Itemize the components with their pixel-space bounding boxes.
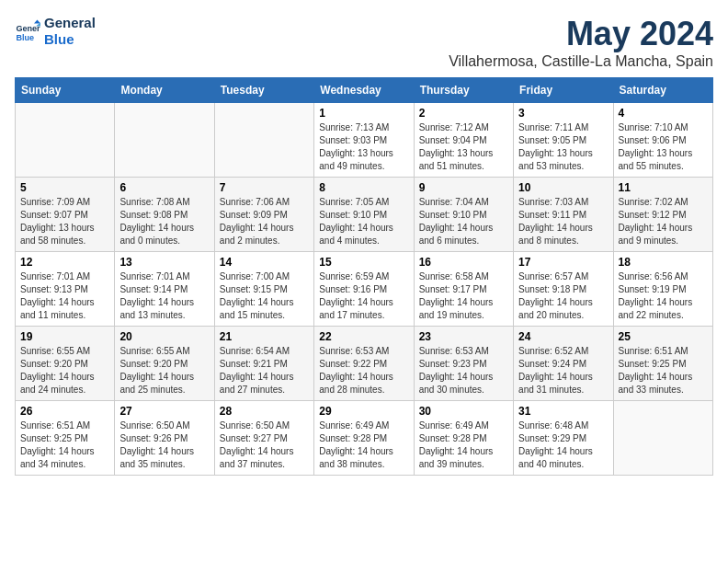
day-info: Sunrise: 6:58 AMSunset: 9:17 PMDaylight:…: [419, 270, 508, 322]
weekday-header-row: SundayMondayTuesdayWednesdayThursdayFrid…: [16, 78, 713, 103]
day-number: 29: [319, 405, 408, 418]
svg-text:Blue: Blue: [16, 33, 34, 42]
day-number: 27: [119, 405, 209, 418]
day-number: 30: [419, 405, 508, 418]
day-number: 12: [20, 256, 109, 269]
calendar-cell: 5Sunrise: 7:09 AMSunset: 9:07 PMDaylight…: [16, 178, 115, 252]
weekday-header-friday: Friday: [514, 78, 613, 103]
calendar-cell: 31Sunrise: 6:48 AMSunset: 9:29 PMDayligh…: [514, 401, 613, 476]
calendar-cell: [16, 103, 115, 178]
day-info: Sunrise: 6:57 AMSunset: 9:18 PMDaylight:…: [518, 270, 608, 322]
day-number: 19: [20, 330, 109, 343]
weekday-header-tuesday: Tuesday: [214, 78, 313, 103]
day-number: 8: [319, 181, 408, 194]
day-info: Sunrise: 6:50 AMSunset: 9:26 PMDaylight:…: [119, 419, 209, 471]
day-number: 25: [619, 330, 708, 343]
calendar-body: 1Sunrise: 7:13 AMSunset: 9:03 PMDaylight…: [16, 103, 713, 476]
day-number: 26: [20, 405, 109, 418]
calendar-cell: 22Sunrise: 6:53 AMSunset: 9:22 PMDayligh…: [314, 327, 414, 401]
day-info: Sunrise: 7:05 AMSunset: 9:10 PMDaylight:…: [319, 196, 408, 247]
calendar-cell: 24Sunrise: 6:52 AMSunset: 9:24 PMDayligh…: [514, 327, 613, 401]
calendar-cell: 3Sunrise: 7:11 AMSunset: 9:05 PMDaylight…: [514, 103, 613, 178]
title-block: May 2024 Villahermosa, Castille-La Manch…: [449, 15, 713, 70]
logo-blue: Blue: [44, 31, 96, 48]
calendar-week-4: 19Sunrise: 6:55 AMSunset: 9:20 PMDayligh…: [16, 327, 713, 401]
calendar-cell: 25Sunrise: 6:51 AMSunset: 9:25 PMDayligh…: [613, 327, 712, 401]
calendar-cell: 23Sunrise: 6:53 AMSunset: 9:23 PMDayligh…: [414, 327, 513, 401]
calendar-cell: 19Sunrise: 6:55 AMSunset: 9:20 PMDayligh…: [16, 327, 115, 401]
calendar-cell: 15Sunrise: 6:59 AMSunset: 9:16 PMDayligh…: [314, 252, 414, 327]
calendar-cell: 29Sunrise: 6:49 AMSunset: 9:28 PMDayligh…: [314, 401, 414, 476]
day-info: Sunrise: 7:10 AMSunset: 9:06 PMDaylight:…: [619, 121, 708, 173]
day-info: Sunrise: 7:01 AMSunset: 9:13 PMDaylight:…: [20, 270, 109, 322]
calendar-cell: 17Sunrise: 6:57 AMSunset: 9:18 PMDayligh…: [514, 252, 613, 327]
day-info: Sunrise: 7:09 AMSunset: 9:07 PMDaylight:…: [20, 196, 109, 247]
day-number: 6: [119, 181, 209, 194]
calendar-cell: 27Sunrise: 6:50 AMSunset: 9:26 PMDayligh…: [115, 401, 214, 476]
day-info: Sunrise: 7:06 AMSunset: 9:09 PMDaylight:…: [220, 196, 309, 247]
day-info: Sunrise: 7:13 AMSunset: 9:03 PMDaylight:…: [319, 121, 408, 173]
day-number: 28: [220, 405, 309, 418]
day-number: 2: [419, 107, 508, 120]
day-number: 16: [419, 256, 508, 269]
calendar-cell: 9Sunrise: 7:04 AMSunset: 9:10 PMDaylight…: [414, 178, 513, 252]
day-number: 3: [518, 107, 608, 120]
location-title: Villahermosa, Castille-La Mancha, Spain: [449, 53, 713, 70]
calendar-cell: 10Sunrise: 7:03 AMSunset: 9:11 PMDayligh…: [514, 178, 613, 252]
day-info: Sunrise: 7:04 AMSunset: 9:10 PMDaylight:…: [419, 196, 508, 247]
day-number: 31: [518, 405, 608, 418]
day-info: Sunrise: 7:00 AMSunset: 9:15 PMDaylight:…: [220, 270, 309, 322]
calendar-cell: 1Sunrise: 7:13 AMSunset: 9:03 PMDaylight…: [314, 103, 414, 178]
calendar-cell: 13Sunrise: 7:01 AMSunset: 9:14 PMDayligh…: [115, 252, 214, 327]
calendar-table: SundayMondayTuesdayWednesdayThursdayFrid…: [15, 77, 713, 476]
day-info: Sunrise: 6:52 AMSunset: 9:24 PMDaylight:…: [518, 345, 608, 396]
day-number: 13: [119, 256, 209, 269]
calendar-cell: 8Sunrise: 7:05 AMSunset: 9:10 PMDaylight…: [314, 178, 414, 252]
day-number: 4: [619, 107, 708, 120]
calendar-cell: 7Sunrise: 7:06 AMSunset: 9:09 PMDaylight…: [214, 178, 313, 252]
day-info: Sunrise: 7:03 AMSunset: 9:11 PMDaylight:…: [518, 196, 608, 247]
calendar-cell: [613, 401, 712, 476]
day-info: Sunrise: 6:51 AMSunset: 9:25 PMDaylight:…: [619, 345, 708, 396]
calendar-week-3: 12Sunrise: 7:01 AMSunset: 9:13 PMDayligh…: [16, 252, 713, 327]
day-number: 14: [220, 256, 309, 269]
day-number: 23: [419, 330, 508, 343]
calendar-cell: 20Sunrise: 6:55 AMSunset: 9:20 PMDayligh…: [115, 327, 214, 401]
day-info: Sunrise: 6:49 AMSunset: 9:28 PMDaylight:…: [319, 419, 408, 471]
day-number: 11: [619, 181, 708, 194]
day-number: 21: [220, 330, 309, 343]
weekday-header-saturday: Saturday: [613, 78, 712, 103]
day-info: Sunrise: 6:56 AMSunset: 9:19 PMDaylight:…: [619, 270, 708, 322]
day-info: Sunrise: 6:55 AMSunset: 9:20 PMDaylight:…: [20, 345, 109, 396]
day-number: 22: [319, 330, 408, 343]
day-info: Sunrise: 6:51 AMSunset: 9:25 PMDaylight:…: [20, 419, 109, 471]
calendar-week-5: 26Sunrise: 6:51 AMSunset: 9:25 PMDayligh…: [16, 401, 713, 476]
day-info: Sunrise: 6:49 AMSunset: 9:28 PMDaylight:…: [419, 419, 508, 471]
day-info: Sunrise: 7:11 AMSunset: 9:05 PMDaylight:…: [518, 121, 608, 173]
day-info: Sunrise: 6:53 AMSunset: 9:23 PMDaylight:…: [419, 345, 508, 396]
logo-general: General: [44, 15, 96, 31]
day-number: 7: [220, 181, 309, 194]
day-number: 20: [119, 330, 209, 343]
page-header: General Blue General Blue May 2024 Villa…: [15, 15, 713, 70]
day-info: Sunrise: 6:48 AMSunset: 9:29 PMDaylight:…: [518, 419, 608, 471]
day-info: Sunrise: 7:02 AMSunset: 9:12 PMDaylight:…: [619, 196, 708, 247]
calendar-cell: [214, 103, 313, 178]
day-info: Sunrise: 7:12 AMSunset: 9:04 PMDaylight:…: [419, 121, 508, 173]
calendar-cell: 6Sunrise: 7:08 AMSunset: 9:08 PMDaylight…: [115, 178, 214, 252]
weekday-header-thursday: Thursday: [414, 78, 513, 103]
day-info: Sunrise: 6:50 AMSunset: 9:27 PMDaylight:…: [220, 419, 309, 471]
calendar-cell: 16Sunrise: 6:58 AMSunset: 9:17 PMDayligh…: [414, 252, 513, 327]
day-number: 5: [20, 181, 109, 194]
calendar-cell: 26Sunrise: 6:51 AMSunset: 9:25 PMDayligh…: [16, 401, 115, 476]
day-number: 24: [518, 330, 608, 343]
day-number: 1: [319, 107, 408, 120]
weekday-header-monday: Monday: [115, 78, 214, 103]
calendar-cell: [115, 103, 214, 178]
calendar-week-2: 5Sunrise: 7:09 AMSunset: 9:07 PMDaylight…: [16, 178, 713, 252]
day-info: Sunrise: 6:55 AMSunset: 9:20 PMDaylight:…: [119, 345, 209, 396]
day-info: Sunrise: 7:08 AMSunset: 9:08 PMDaylight:…: [119, 196, 209, 247]
calendar-cell: 12Sunrise: 7:01 AMSunset: 9:13 PMDayligh…: [16, 252, 115, 327]
calendar-week-1: 1Sunrise: 7:13 AMSunset: 9:03 PMDaylight…: [16, 103, 713, 178]
weekday-header-sunday: Sunday: [16, 78, 115, 103]
